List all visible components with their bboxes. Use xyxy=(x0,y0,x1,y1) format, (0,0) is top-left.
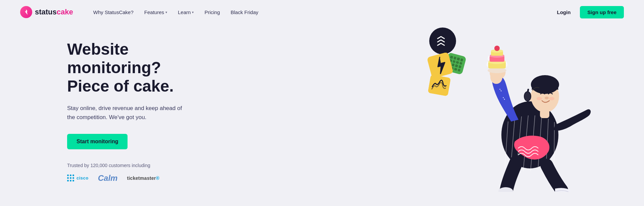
login-button[interactable]: Login xyxy=(551,7,576,18)
signup-button[interactable]: Sign up free xyxy=(580,6,624,18)
cisco-logo: cisco xyxy=(67,174,89,182)
learn-chevron-icon: ▾ xyxy=(192,10,194,14)
decorative-yellow-squiggle xyxy=(428,74,451,96)
nav-actions: Login Sign up free xyxy=(551,6,624,18)
logo-text: statuscake xyxy=(35,8,73,16)
trusted-text: Trusted by 120,000 customers including xyxy=(67,163,208,168)
hero-subtitle: Stay online, drive revenue and keep ahea… xyxy=(67,104,188,122)
logo-icon xyxy=(20,6,32,18)
nav-why-statuscake[interactable]: Why StatusCake? xyxy=(89,7,138,18)
hero-illustration xyxy=(429,28,624,202)
decorative-dark-circle xyxy=(429,28,456,54)
hero-title: Website monitoring? Piece of cake. xyxy=(67,40,208,96)
svg-point-31 xyxy=(549,97,554,100)
features-chevron-icon: ▾ xyxy=(165,10,167,14)
nav-links: Why StatusCake? Features ▾ Learn ▾ Prici… xyxy=(89,7,552,18)
partner-logos: cisco Calm ticketmaster® xyxy=(67,173,208,183)
cisco-dots xyxy=(67,174,75,182)
svg-point-33 xyxy=(524,92,531,101)
ticketmaster-logo: ticketmaster® xyxy=(127,175,159,181)
svg-point-19 xyxy=(488,68,506,73)
nav-learn[interactable]: Learn ▾ xyxy=(174,7,198,18)
svg-point-26 xyxy=(494,46,500,51)
nav-black-friday[interactable]: Black Friday xyxy=(227,7,262,18)
nav-pricing[interactable]: Pricing xyxy=(200,7,224,18)
svg-rect-34 xyxy=(540,110,549,118)
hero-section: Website monitoring? Piece of cake. Stay … xyxy=(0,24,644,205)
start-monitoring-button[interactable]: Start monitoring xyxy=(67,134,128,149)
hero-content: Website monitoring? Piece of cake. Stay … xyxy=(67,40,208,183)
svg-rect-2 xyxy=(428,74,451,96)
nav-features[interactable]: Features ▾ xyxy=(140,7,171,18)
svg-point-29 xyxy=(545,97,549,99)
navigation: statuscake Why StatusCake? Features ▾ Le… xyxy=(0,0,644,24)
svg-point-30 xyxy=(537,97,542,100)
svg-marker-0 xyxy=(25,9,28,15)
calm-logo: Calm xyxy=(98,173,118,183)
hero-character xyxy=(456,41,604,192)
logo-link[interactable]: statuscake xyxy=(20,6,73,18)
